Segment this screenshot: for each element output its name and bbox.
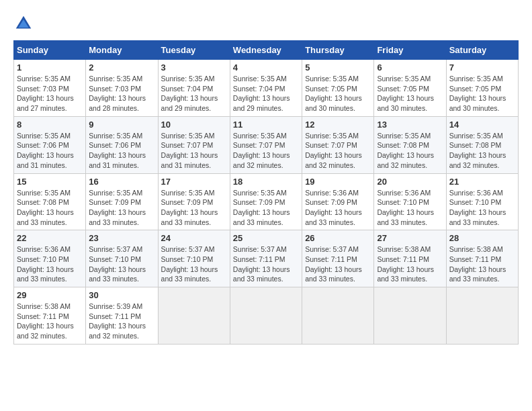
weekday-header: Thursday — [302, 41, 374, 60]
day-info: Sunrise: 5:35 AMSunset: 7:06 PMDaylight:… — [89, 131, 154, 171]
calendar-day: 11 Sunrise: 5:35 AMSunset: 7:07 PMDaylig… — [230, 116, 302, 173]
calendar-day-empty — [446, 287, 518, 345]
day-info: Sunrise: 5:36 AMSunset: 7:10 PMDaylight:… — [17, 244, 83, 284]
day-info: Sunrise: 5:35 AMSunset: 7:08 PMDaylight:… — [449, 131, 515, 171]
calendar-day: 14 Sunrise: 5:35 AMSunset: 7:08 PMDaylig… — [446, 116, 518, 173]
calendar-day: 20 Sunrise: 5:36 AMSunset: 7:10 PMDaylig… — [374, 173, 446, 230]
calendar-week-row: 1 Sunrise: 5:35 AMSunset: 7:03 PMDayligh… — [14, 60, 519, 117]
calendar-day: 29 Sunrise: 5:38 AMSunset: 7:11 PMDaylig… — [14, 287, 86, 345]
calendar-day: 23 Sunrise: 5:37 AMSunset: 7:10 PMDaylig… — [86, 230, 158, 287]
day-number: 19 — [305, 177, 371, 187]
calendar-day: 25 Sunrise: 5:37 AMSunset: 7:11 PMDaylig… — [230, 230, 302, 287]
weekday-header: Saturday — [446, 41, 518, 60]
weekday-header: Sunday — [14, 41, 86, 60]
day-number: 26 — [305, 233, 371, 243]
calendar-day: 9 Sunrise: 5:35 AMSunset: 7:06 PMDayligh… — [86, 116, 158, 173]
calendar-day-empty — [230, 287, 302, 345]
calendar-week-row: 29 Sunrise: 5:38 AMSunset: 7:11 PMDaylig… — [14, 287, 519, 345]
day-number: 17 — [161, 177, 227, 187]
calendar-day-empty — [302, 287, 374, 345]
day-number: 16 — [89, 177, 154, 187]
day-info: Sunrise: 5:38 AMSunset: 7:11 PMDaylight:… — [449, 244, 515, 284]
day-number: 5 — [305, 62, 371, 73]
calendar-table: SundayMondayTuesdayWednesdayThursdayFrid… — [13, 40, 519, 345]
day-number: 1 — [17, 62, 83, 73]
day-number: 22 — [17, 233, 83, 243]
calendar-day: 6 Sunrise: 5:35 AMSunset: 7:05 PMDayligh… — [374, 60, 446, 117]
day-info: Sunrise: 5:36 AMSunset: 7:10 PMDaylight:… — [449, 188, 515, 228]
day-info: Sunrise: 5:35 AMSunset: 7:07 PMDaylight:… — [161, 131, 227, 171]
day-number: 30 — [89, 290, 154, 300]
weekday-header: Tuesday — [158, 41, 230, 60]
day-info: Sunrise: 5:35 AMSunset: 7:09 PMDaylight:… — [161, 188, 227, 228]
day-number: 27 — [377, 233, 443, 243]
day-info: Sunrise: 5:38 AMSunset: 7:11 PMDaylight:… — [17, 302, 83, 341]
day-number: 10 — [161, 120, 227, 130]
day-number: 13 — [377, 120, 443, 130]
day-info: Sunrise: 5:36 AMSunset: 7:09 PMDaylight:… — [305, 188, 371, 228]
calendar-week-row: 15 Sunrise: 5:35 AMSunset: 7:08 PMDaylig… — [14, 173, 519, 230]
calendar-day: 1 Sunrise: 5:35 AMSunset: 7:03 PMDayligh… — [14, 60, 86, 117]
calendar-day: 2 Sunrise: 5:35 AMSunset: 7:03 PMDayligh… — [86, 60, 158, 117]
day-info: Sunrise: 5:35 AMSunset: 7:09 PMDaylight:… — [233, 188, 299, 228]
calendar-day: 22 Sunrise: 5:36 AMSunset: 7:10 PMDaylig… — [14, 230, 86, 287]
day-info: Sunrise: 5:37 AMSunset: 7:10 PMDaylight:… — [89, 244, 154, 284]
calendar-day: 19 Sunrise: 5:36 AMSunset: 7:09 PMDaylig… — [302, 173, 374, 230]
weekday-header: Monday — [86, 41, 158, 60]
calendar-day: 15 Sunrise: 5:35 AMSunset: 7:08 PMDaylig… — [14, 173, 86, 230]
day-number: 7 — [449, 62, 515, 73]
day-info: Sunrise: 5:35 AMSunset: 7:09 PMDaylight:… — [89, 188, 154, 228]
day-info: Sunrise: 5:35 AMSunset: 7:05 PMDaylight:… — [377, 74, 443, 113]
calendar-day: 12 Sunrise: 5:35 AMSunset: 7:07 PMDaylig… — [302, 116, 374, 173]
calendar-day: 3 Sunrise: 5:35 AMSunset: 7:04 PMDayligh… — [158, 60, 230, 117]
day-info: Sunrise: 5:35 AMSunset: 7:08 PMDaylight:… — [17, 188, 83, 228]
calendar-day: 21 Sunrise: 5:36 AMSunset: 7:10 PMDaylig… — [446, 173, 518, 230]
day-number: 12 — [305, 120, 371, 130]
calendar-day: 27 Sunrise: 5:38 AMSunset: 7:11 PMDaylig… — [374, 230, 446, 287]
calendar-day: 28 Sunrise: 5:38 AMSunset: 7:11 PMDaylig… — [446, 230, 518, 287]
calendar-day-empty — [158, 287, 230, 345]
day-info: Sunrise: 5:35 AMSunset: 7:03 PMDaylight:… — [89, 74, 154, 113]
day-number: 28 — [449, 233, 515, 243]
calendar-day: 17 Sunrise: 5:35 AMSunset: 7:09 PMDaylig… — [158, 173, 230, 230]
day-info: Sunrise: 5:35 AMSunset: 7:07 PMDaylight:… — [233, 131, 299, 171]
day-info: Sunrise: 5:35 AMSunset: 7:03 PMDaylight:… — [17, 74, 83, 113]
day-number: 18 — [233, 177, 299, 187]
day-number: 9 — [89, 120, 154, 130]
day-info: Sunrise: 5:38 AMSunset: 7:11 PMDaylight:… — [377, 244, 443, 284]
day-info: Sunrise: 5:35 AMSunset: 7:08 PMDaylight:… — [377, 131, 443, 171]
day-info: Sunrise: 5:37 AMSunset: 7:11 PMDaylight:… — [233, 244, 299, 284]
day-number: 20 — [377, 177, 443, 187]
calendar-day: 13 Sunrise: 5:35 AMSunset: 7:08 PMDaylig… — [374, 116, 446, 173]
calendar-day: 24 Sunrise: 5:37 AMSunset: 7:10 PMDaylig… — [158, 230, 230, 287]
day-info: Sunrise: 5:39 AMSunset: 7:11 PMDaylight:… — [89, 302, 154, 341]
calendar-day-empty — [374, 287, 446, 345]
calendar-day: 26 Sunrise: 5:37 AMSunset: 7:11 PMDaylig… — [302, 230, 374, 287]
day-number: 2 — [89, 62, 154, 73]
weekday-header-row: SundayMondayTuesdayWednesdayThursdayFrid… — [14, 41, 519, 60]
day-info: Sunrise: 5:35 AMSunset: 7:07 PMDaylight:… — [305, 131, 371, 171]
day-info: Sunrise: 5:37 AMSunset: 7:10 PMDaylight:… — [161, 244, 227, 284]
calendar-day: 5 Sunrise: 5:35 AMSunset: 7:05 PMDayligh… — [302, 60, 374, 117]
weekday-header: Wednesday — [230, 41, 302, 60]
day-number: 6 — [377, 62, 443, 73]
day-number: 15 — [17, 177, 83, 187]
day-info: Sunrise: 5:35 AMSunset: 7:04 PMDaylight:… — [233, 74, 299, 113]
day-info: Sunrise: 5:37 AMSunset: 7:11 PMDaylight:… — [305, 244, 371, 284]
day-info: Sunrise: 5:35 AMSunset: 7:06 PMDaylight:… — [17, 131, 83, 171]
calendar-week-row: 22 Sunrise: 5:36 AMSunset: 7:10 PMDaylig… — [14, 230, 519, 287]
logo — [13, 13, 38, 34]
calendar-day: 18 Sunrise: 5:35 AMSunset: 7:09 PMDaylig… — [230, 173, 302, 230]
calendar-week-row: 8 Sunrise: 5:35 AMSunset: 7:06 PMDayligh… — [14, 116, 519, 173]
day-number: 21 — [449, 177, 515, 187]
calendar-day: 7 Sunrise: 5:35 AMSunset: 7:05 PMDayligh… — [446, 60, 518, 117]
day-number: 25 — [233, 233, 299, 243]
calendar-day: 8 Sunrise: 5:35 AMSunset: 7:06 PMDayligh… — [14, 116, 86, 173]
page-header — [13, 13, 519, 34]
day-number: 4 — [233, 62, 299, 73]
day-number: 29 — [17, 290, 83, 300]
day-number: 23 — [89, 233, 154, 243]
day-info: Sunrise: 5:35 AMSunset: 7:05 PMDaylight:… — [305, 74, 371, 113]
day-info: Sunrise: 5:35 AMSunset: 7:04 PMDaylight:… — [161, 74, 227, 113]
day-number: 8 — [17, 120, 83, 130]
